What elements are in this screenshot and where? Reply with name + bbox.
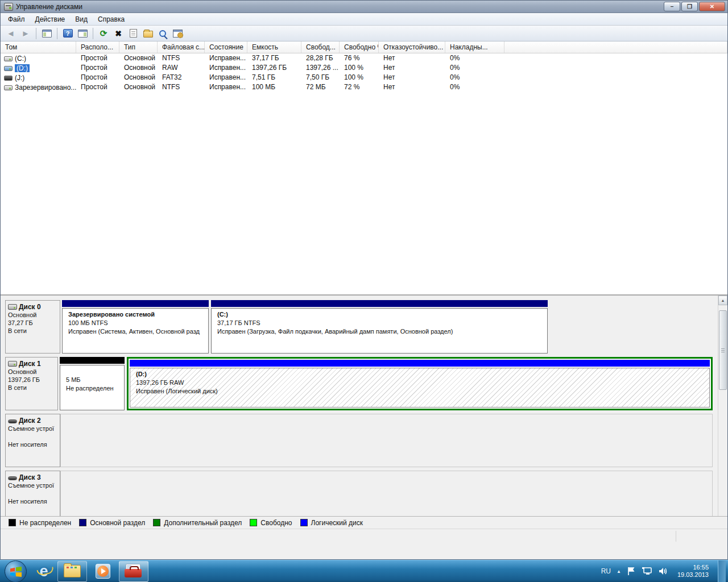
col-type[interactable]: Тип [119, 41, 158, 53]
col-volume[interactable]: Том [1, 41, 76, 53]
legend-swatch [9, 519, 16, 526]
removable-drive-icon [8, 419, 17, 423]
table-row[interactable]: (C:) Простой Основной NTFS Исправен... 3… [1, 53, 727, 63]
partition-unallocated[interactable]: 5 МБ Не распределен [60, 357, 125, 410]
menu-file[interactable]: Файл [3, 14, 30, 24]
disk-media-status: Нет носителя [8, 440, 59, 448]
cell-layout: Простой [76, 63, 119, 73]
partition-status: Не распределен [66, 384, 124, 393]
col-layout[interactable]: Располо... [76, 41, 119, 53]
partition-c[interactable]: (C:) 37,17 ГБ NTFS Исправен (Загрузка, Ф… [211, 300, 548, 354]
network-icon[interactable] [642, 567, 652, 576]
hdd-icon [8, 304, 17, 310]
legend-unallocated: Не распределен [9, 519, 71, 527]
refresh-icon[interactable]: ⟳ [97, 27, 110, 40]
menu-help[interactable]: Справка [93, 14, 130, 24]
cell-capacity: 7,51 ГБ [247, 73, 301, 82]
vertical-scrollbar[interactable]: ▲ ▼ [718, 296, 727, 530]
open-folder-icon[interactable] [141, 27, 155, 40]
partition-system-reserved[interactable]: Зарезервировано системой 100 МБ NTFS Исп… [62, 300, 209, 354]
partition-d-logical-selected[interactable]: (D:) 1397,26 ГБ RAW Исправен (Логический… [127, 357, 713, 410]
table-row-selected[interactable]: (D:) Простой Основной RAW Исправен... 13… [1, 63, 727, 73]
status-strip [1, 529, 727, 543]
cell-fs: RAW [158, 63, 205, 73]
disk-name: Диск 3 [19, 473, 41, 481]
cell-status: Исправен... [205, 63, 247, 73]
toolbar: ◄ ► ? ⟳ ✖ [1, 26, 727, 41]
legend-swatch [300, 519, 308, 526]
table-row[interactable]: (J:) Простой Основной FAT32 Исправен... … [1, 73, 727, 82]
close-button[interactable]: ✕ [699, 2, 725, 11]
manage-icon[interactable] [171, 27, 184, 40]
title-bar[interactable]: Управление дисками – ❐ ✕ [1, 1, 727, 13]
legend-logical: Логический диск [300, 519, 363, 527]
cell-fs: NTFS [158, 53, 205, 63]
help-icon[interactable]: ? [61, 27, 75, 40]
properties-icon[interactable] [126, 27, 140, 40]
disk-management-taskbar-button[interactable] [119, 561, 148, 582]
show-desktop-button[interactable] [718, 560, 726, 582]
windows-logo-icon [10, 566, 22, 577]
media-player-button[interactable] [88, 560, 118, 582]
legend-extended: Дополнительный раздел [153, 519, 242, 527]
delete-icon[interactable]: ✖ [111, 27, 125, 40]
show-hidden-icons-chevron[interactable]: ▲ [617, 569, 621, 574]
disk-media-status: Нет носителя [8, 497, 59, 505]
table-row[interactable]: Зарезервировано... Простой Основной NTFS… [1, 82, 727, 92]
legend-swatch [250, 519, 257, 526]
media-player-icon [96, 564, 110, 579]
volume-icon[interactable] [658, 567, 668, 576]
internet-explorer-button[interactable]: e [31, 560, 56, 582]
menu-action[interactable]: Действие [30, 14, 71, 24]
restore-button[interactable]: ❐ [681, 2, 698, 11]
disk-1-graph: 5 МБ Не распределен (D:) 1397,26 ГБ RAW … [60, 357, 715, 410]
console-tree-icon[interactable] [40, 27, 53, 40]
disk-kind: Основной [8, 368, 56, 376]
partition-title: Зарезервировано системой [68, 310, 208, 319]
forward-icon[interactable]: ► [19, 27, 32, 40]
col-filesystem[interactable]: Файловая с... [158, 41, 205, 53]
action-center-flag-icon[interactable] [627, 567, 636, 576]
cell-free-pct: 76 % [340, 53, 379, 63]
start-button[interactable] [5, 560, 27, 582]
language-indicator[interactable]: RU [601, 567, 611, 575]
disk-name: Диск 2 [19, 417, 41, 425]
disk-2-row: Диск 2 Съемное устрої Нет носителя [5, 414, 715, 467]
cell-fs: NTFS [158, 82, 205, 92]
partition-size: 100 МБ NTFS [68, 319, 208, 327]
col-status[interactable]: Состояние [205, 41, 247, 53]
window-title: Управление дисками [16, 3, 663, 11]
find-icon[interactable] [156, 27, 169, 40]
col-capacity[interactable]: Емкость [247, 41, 301, 53]
toolbar-separator [36, 28, 36, 39]
scrollbar-thumb[interactable] [719, 310, 727, 390]
disk-1-label[interactable]: Диск 1 Основной 1397,26 ГБ В сети [5, 357, 58, 410]
cell-type: Основной [119, 63, 158, 73]
col-fault-tolerance[interactable]: Отказоустойчиво... [379, 41, 445, 53]
cell-overhead: 0% [445, 53, 504, 63]
action-pane-icon[interactable] [76, 27, 89, 40]
col-free-pct[interactable]: Свободно % [340, 41, 379, 53]
toolbar-separator [57, 28, 57, 39]
minimize-button[interactable]: – [664, 2, 680, 11]
menu-view[interactable]: Вид [70, 14, 93, 24]
col-overhead[interactable]: Накладны... [445, 41, 504, 53]
legend-swatch [153, 519, 160, 526]
back-icon[interactable]: ◄ [4, 27, 18, 40]
col-free[interactable]: Свобод... [301, 41, 340, 53]
admin-toolbox-icon [125, 564, 143, 579]
partition-title: (D:) [136, 370, 709, 379]
primary-partition-bar [62, 300, 209, 307]
scroll-up-icon[interactable]: ▲ [718, 296, 727, 305]
removable-drive-icon [8, 476, 17, 480]
partition-status: Исправен (Система, Активен, Основной раз… [68, 327, 208, 336]
cell-status: Исправен... [205, 53, 247, 63]
disk-2-label[interactable]: Диск 2 Съемное устрої Нет носителя [5, 414, 60, 467]
cell-type: Основной [119, 53, 158, 63]
graphical-view-pane: Диск 0 Основной 37,27 ГБ В сети Зарезерв… [1, 296, 727, 543]
disk-kind: Основной [8, 311, 59, 319]
partition-title: (C:) [217, 310, 547, 319]
clock[interactable]: 16:55 19.03.2013 [677, 564, 709, 579]
explorer-button[interactable] [57, 561, 87, 582]
disk-0-label[interactable]: Диск 0 Основной 37,27 ГБ В сети [5, 300, 60, 354]
